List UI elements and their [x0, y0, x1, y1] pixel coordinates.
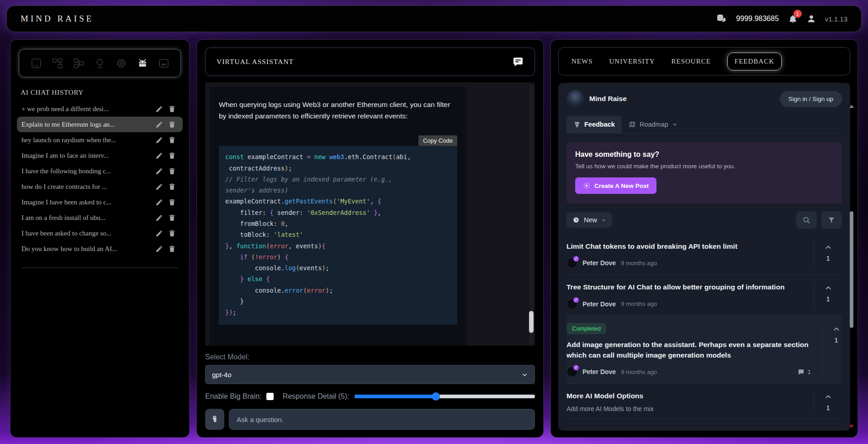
tab-feedback[interactable]: FEEDBACK [727, 53, 782, 70]
verified-badge-icon: ✓ [573, 297, 579, 303]
chat-scrollbar-thumb[interactable] [529, 311, 534, 333]
delete-icon[interactable] [165, 152, 178, 160]
chat-history-item[interactable]: Do you know how to build an AI... [17, 241, 183, 257]
tab-university[interactable]: UNIVERSITY [609, 58, 655, 65]
edit-icon[interactable] [153, 105, 165, 113]
toolbar-android-icon[interactable] [135, 55, 150, 71]
code-line: }); [225, 307, 451, 318]
toolbar-tree-icon[interactable] [50, 55, 65, 71]
chevron-down-icon [601, 218, 606, 223]
edit-icon[interactable] [153, 136, 165, 144]
user-profile-button[interactable] [807, 14, 816, 23]
ask-question-input[interactable] [229, 409, 535, 430]
filter-funnel-icon [828, 216, 835, 224]
delete-icon[interactable] [165, 167, 178, 175]
delete-icon[interactable] [165, 136, 178, 144]
post-title: Add image generation to the assistant. P… [566, 339, 815, 361]
clock-icon [572, 216, 580, 224]
delete-icon[interactable] [165, 121, 178, 128]
tab-feedback[interactable]: Feedback [566, 116, 622, 133]
chat-history-item[interactable]: Imagine I am to face an interv... [17, 148, 183, 163]
upvote-button[interactable]: 1 [814, 391, 842, 412]
toolbar-agent-icon[interactable] [92, 55, 108, 71]
chat-history-item[interactable]: I have been asked to change so... [17, 225, 183, 241]
code-line: toBlock: 'latest' [225, 229, 451, 240]
edit-icon[interactable] [153, 214, 165, 222]
create-post-button[interactable]: Create A New Post [575, 177, 656, 194]
upvote-button[interactable]: 1 [822, 323, 842, 378]
delete-icon[interactable] [165, 230, 178, 237]
search-posts-button[interactable] [796, 211, 817, 229]
delete-icon[interactable] [165, 105, 178, 113]
big-brain-checkbox[interactable] [266, 393, 274, 400]
chat-history-item[interactable]: I am on a fresh install of ubu... [17, 210, 183, 225]
toolbar-chat-icon[interactable] [28, 55, 44, 71]
post-meta: ✓Peter Dove9 months ago1 [566, 366, 815, 377]
user-icon [807, 14, 816, 23]
sort-value: New [584, 216, 597, 224]
widget-scrollbar[interactable] [849, 105, 854, 428]
widget-scrollbar-thumb[interactable] [850, 211, 853, 328]
version-label: v1.1.13 [825, 15, 847, 23]
edit-icon[interactable] [153, 183, 165, 191]
verified-badge-icon: ✓ [573, 256, 579, 262]
delete-icon[interactable] [165, 245, 178, 253]
attach-file-button[interactable] [205, 409, 224, 430]
scroll-up-arrow-icon[interactable] [849, 105, 854, 108]
chat-bubble-icon[interactable] [513, 56, 524, 67]
notifications-button[interactable]: 1 [788, 14, 798, 24]
post-content: CompletedAdd image generation to the ass… [566, 323, 822, 378]
chat-history-item[interactable]: I have the following bonding c... [17, 163, 183, 179]
feedback-post[interactable]: CompletedAdd image generation to the ass… [566, 316, 842, 384]
edit-icon[interactable] [153, 245, 165, 253]
chat-scrollbar[interactable] [529, 84, 534, 344]
edit-icon[interactable] [153, 198, 165, 206]
delete-icon[interactable] [165, 198, 178, 206]
toolbar-flow-icon[interactable] [71, 55, 86, 71]
model-select[interactable]: gpt-4o [205, 365, 535, 384]
feedback-post[interactable]: Tree Structure for AI Chat to allow bett… [566, 275, 842, 316]
scroll-down-arrow-icon[interactable] [849, 425, 854, 428]
top-bar-actions: 9999.983685 1 v1.1.13 [716, 13, 847, 24]
feedback-post[interactable]: More AI Model OptionsAdd more AI Models … [566, 384, 842, 419]
slider-fill [355, 395, 436, 398]
code-line: }, function(error, events){ [225, 241, 451, 251]
delete-icon[interactable] [165, 183, 178, 191]
sort-dropdown[interactable]: New [566, 212, 612, 228]
chat-history-item[interactable]: Imagine I have been asked to c... [17, 194, 183, 210]
tab-resource[interactable]: RESOURCE [672, 58, 711, 65]
upvote-button[interactable]: 1 [814, 241, 842, 268]
code-line: exampleContract.getPastEvents('MyEvent',… [225, 196, 451, 207]
sign-in-button[interactable]: Sign in / Sign up [780, 91, 842, 107]
chat-history-item[interactable]: hey launch on raydium when the... [17, 132, 183, 148]
comment-icon [798, 369, 804, 375]
delete-icon[interactable] [165, 214, 178, 222]
chat-history-item[interactable]: how do I create contracts for ... [17, 179, 183, 194]
response-detail-slider[interactable] [355, 395, 535, 398]
vote-count: 1 [826, 295, 830, 303]
chat-history-item[interactable]: Explain to me Ethereum logs an... [17, 117, 183, 132]
tab-news[interactable]: NEWS [572, 58, 593, 65]
edit-icon[interactable] [153, 167, 165, 175]
edit-icon[interactable] [153, 230, 165, 237]
slider-thumb[interactable] [432, 392, 440, 401]
toolbar-image-icon[interactable] [156, 55, 171, 71]
roadmap-map-icon [629, 121, 636, 128]
copy-code-button[interactable]: Copy Code [418, 135, 457, 146]
chevron-down-icon [521, 371, 528, 378]
comment-count[interactable]: 1 [798, 369, 815, 375]
chat-history-item[interactable]: + we prob need a differnt desi... [17, 101, 183, 117]
model-select-value: gpt-4o [212, 371, 232, 379]
tab-roadmap[interactable]: Roadmap [622, 116, 684, 133]
code-line: } else { [225, 273, 451, 284]
vote-count: 1 [834, 337, 838, 344]
code-line: const exampleContract = new web3.eth.Con… [225, 151, 451, 162]
edit-icon[interactable] [153, 121, 165, 128]
edit-icon[interactable] [153, 152, 165, 160]
chevron-up-icon [832, 325, 841, 333]
left-sidebar: AI CHAT HISTORY + we prob need a differn… [10, 39, 190, 438]
feedback-post[interactable]: Limit Chat tokens to avoid breaking API … [566, 234, 842, 275]
toolbar-chip-icon[interactable] [113, 55, 129, 71]
filter-posts-button[interactable] [821, 211, 842, 229]
upvote-button[interactable]: 1 [814, 282, 842, 309]
